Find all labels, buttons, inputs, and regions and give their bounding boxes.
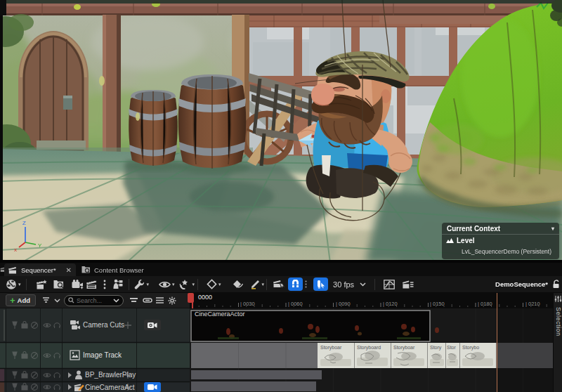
- svg-text:Z: Z: [22, 220, 26, 226]
- svg-text:x: x: [14, 247, 17, 253]
- svg-text:Story: Story: [430, 345, 442, 351]
- svg-text:Storyboar: Storyboar: [393, 345, 415, 351]
- svg-text:Storyboard: Storyboard: [357, 345, 381, 351]
- svg-text:Y: Y: [38, 242, 42, 249]
- svg-text:Stor: Stor: [447, 345, 457, 350]
- svg-text:Storybo: Storybo: [462, 345, 479, 351]
- svg-text:Storyboar: Storyboar: [320, 345, 342, 351]
